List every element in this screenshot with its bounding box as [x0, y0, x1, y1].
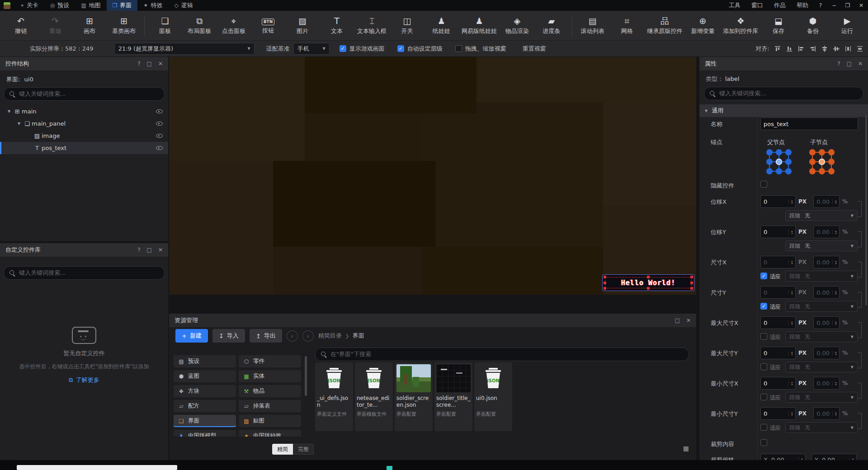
category-方块[interactable]: ❖方块: [174, 385, 236, 397]
selection-handle[interactable]: [647, 276, 650, 278]
close-icon[interactable]: ✕: [858, 61, 863, 67]
stepper-arrows[interactable]: ▴▾: [832, 351, 836, 355]
anchor-dot[interactable]: [809, 159, 816, 165]
tree-caret-icon[interactable]: ▼: [15, 122, 23, 126]
structure-search-input[interactable]: 键入关键词搜索...: [4, 87, 165, 101]
hide-control-checkbox[interactable]: [760, 181, 767, 188]
toolbar-button-画布[interactable]: ⊞画布: [72, 12, 107, 39]
back-icon[interactable]: ‹: [287, 330, 298, 342]
toolbar-button-滚动列表[interactable]: ▤滚动列表: [576, 12, 610, 39]
tree-item-pos_text[interactable]: Tpos_text: [0, 142, 168, 154]
menu-item-4[interactable]: ❐界面: [107, 0, 138, 11]
selection-handle[interactable]: [604, 287, 606, 290]
align-right-icon[interactable]: [809, 45, 816, 52]
right-menu-3[interactable]: 作品: [769, 0, 791, 11]
toolbar-button-新增变量[interactable]: ⊕新增变量: [685, 12, 720, 39]
toolbar-button-纸娃娃[interactable]: ♟纸娃娃: [424, 12, 458, 39]
help-icon[interactable]: ?: [137, 247, 140, 253]
selection-handle[interactable]: [690, 276, 693, 278]
anchor-dot[interactable]: [776, 168, 782, 174]
px-input-最大尺寸X[interactable]: 0▴▾: [760, 316, 796, 329]
close-button[interactable]: ✕: [854, 0, 868, 11]
anchor-dot[interactable]: [785, 149, 792, 155]
anchor-dot[interactable]: [819, 168, 825, 174]
anchor-dot[interactable]: [809, 168, 816, 174]
px-input-位移X[interactable]: 0▴▾: [760, 195, 796, 208]
selection-handle[interactable]: [690, 287, 693, 290]
toolbar-button-添加到控件库[interactable]: ❖添加到控件库: [720, 12, 761, 39]
anchor-grid-child[interactable]: [809, 149, 835, 174]
adapt-checkbox-尺寸X[interactable]: ✓: [760, 273, 767, 279]
visibility-eye-icon[interactable]: [156, 146, 163, 150]
reset-view-button[interactable]: 重置视窗: [523, 45, 546, 53]
float-panel-icon[interactable]: □: [675, 317, 680, 324]
category-掉落表[interactable]: ▱掉落表: [239, 400, 301, 412]
categories-scrollbar[interactable]: [305, 356, 307, 396]
export-button[interactable]: ↧ 导出: [250, 329, 282, 343]
close-icon[interactable]: ✕: [158, 61, 163, 67]
stepper-arrows[interactable]: ▴▾: [788, 320, 793, 325]
px-input-最小尺寸X[interactable]: 0▴▾: [760, 377, 796, 390]
learn-more-link[interactable]: ⧉ 了解更多: [69, 376, 99, 384]
menu-item-1[interactable]: ⌖关卡: [15, 0, 44, 11]
stepper-arrows[interactable]: ▴▾: [788, 411, 793, 416]
anchor-dot[interactable]: [766, 168, 773, 174]
stepper-arrows[interactable]: ▴▾: [832, 411, 836, 416]
adapt-checkbox-最小尺寸Y[interactable]: [760, 424, 767, 431]
checkbox[interactable]: [455, 45, 462, 52]
toolbar-button-网易版纸娃娃[interactable]: ♟网易版纸娃娃: [458, 12, 500, 39]
fit-dropdown[interactable]: 手机▼: [293, 43, 330, 55]
toolbar-button-撤销[interactable]: ↶撤销: [4, 12, 38, 39]
visibility-eye-icon[interactable]: [156, 122, 163, 126]
help[interactable]: ?: [814, 0, 827, 11]
category-贴图[interactable]: ▨贴图: [239, 415, 301, 427]
stepper-arrows[interactable]: ▴▾: [832, 320, 836, 325]
option-checkbox-3[interactable]: 拖拽、缩放视窗: [455, 45, 506, 53]
distribute-v-icon[interactable]: [856, 45, 863, 52]
forward-icon[interactable]: ›: [302, 330, 314, 342]
right-menu-4[interactable]: 帮助: [791, 0, 814, 11]
selection-handle[interactable]: [647, 287, 650, 290]
tree-item-main[interactable]: ▼⊞main: [0, 105, 168, 118]
visibility-eye-icon[interactable]: [156, 134, 163, 138]
stepper-arrows[interactable]: ▴▾: [832, 230, 836, 234]
stepper-arrows[interactable]: ▴▾: [832, 260, 836, 264]
stepper-arrows[interactable]: ▴▾: [788, 351, 793, 355]
toolbar-button-继承原版控件[interactable]: 品继承原版控件: [644, 12, 686, 39]
toolbar-button-备份[interactable]: ⬢备份: [796, 12, 830, 39]
toolbar-button-点击面板[interactable]: ⌖点击面板: [217, 12, 251, 39]
category-预设[interactable]: ▤预设: [174, 355, 236, 367]
toolbar-button-按钮[interactable]: BTN按钮: [251, 12, 285, 39]
close-icon[interactable]: ✕: [158, 247, 163, 253]
help-icon[interactable]: ?: [837, 61, 840, 67]
anchor-dot[interactable]: [819, 159, 825, 165]
menu-item-3[interactable]: ▥地图: [75, 0, 106, 11]
file-tile-5[interactable]: JSONui0.json界面配置: [474, 362, 512, 431]
file-tile-1[interactable]: JSON_ui_defs.json界面定义文件: [315, 362, 353, 431]
right-menu-1[interactable]: 工具: [723, 0, 746, 11]
maximize-button[interactable]: ❐: [841, 0, 854, 11]
anchor-grid-parent[interactable]: [766, 149, 792, 174]
category-蓝图[interactable]: ⬢蓝图: [174, 370, 236, 382]
anchor-dot[interactable]: [828, 159, 835, 165]
align-center-v-icon[interactable]: [833, 45, 840, 52]
toolbar-button-网格[interactable]: ⌗网格: [610, 12, 644, 39]
selection-handle[interactable]: [604, 282, 606, 284]
px-input-最大尺寸Y[interactable]: 0▴▾: [760, 347, 796, 359]
ratio-dropdown[interactable]: 21:9 (超宽屏显示器)▼: [114, 43, 255, 55]
follow-dropdown-位移Y[interactable]: 跟随无▼: [785, 240, 858, 251]
toolbar-button-物品渲染[interactable]: ◈物品渲染: [500, 12, 534, 39]
stepper-arrows[interactable]: ▴▾: [832, 290, 836, 295]
right-menu-2[interactable]: 窗口: [746, 0, 769, 11]
toolbar-button-基类画布[interactable]: ⊞基类画布: [107, 12, 141, 39]
toolbar-button-文本输入框[interactable]: ⌶文本输入框: [354, 12, 390, 39]
tree-item-image[interactable]: ▨image: [0, 130, 168, 142]
float-panel-icon[interactable]: □: [147, 247, 152, 253]
game-canvas[interactable]: Hello World!: [169, 57, 696, 295]
new-button[interactable]: + 新建: [175, 329, 208, 343]
option-checkbox-2[interactable]: ✓自动设定层级: [397, 45, 443, 53]
stepper-arrows[interactable]: ▴▾: [788, 199, 793, 204]
align-top-icon[interactable]: [774, 45, 781, 52]
view-toggle-精简[interactable]: 精简: [272, 444, 293, 455]
menu-item-6[interactable]: ◇逻辑: [168, 0, 198, 11]
